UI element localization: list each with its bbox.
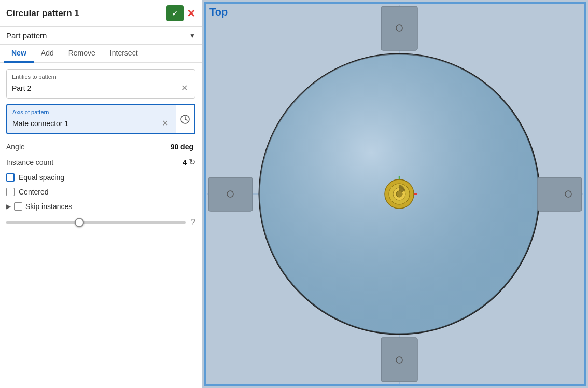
entities-field-group: Entities to pattern Part 2 ✕ xyxy=(6,69,195,99)
instance-row: Instance count 4 ↻ xyxy=(6,154,195,170)
skip-label: Skip instances xyxy=(25,202,72,211)
left-panel: Circular pattern 1 ✓ ✕ Part pattern ▼ Ne… xyxy=(0,0,202,388)
slider-thumb[interactable] xyxy=(75,218,84,227)
entities-value-row: Part 2 ✕ xyxy=(12,82,190,94)
axis-field-group: Axis of pattern Mate connector 1 ✕ xyxy=(6,104,176,134)
help-icon[interactable]: ? xyxy=(191,218,195,227)
tabs-row: New Add Remove Intersect xyxy=(0,45,202,63)
slider-track[interactable] xyxy=(6,221,186,224)
panel-header: Circular pattern 1 ✓ ✕ xyxy=(0,0,202,27)
pattern-type-row[interactable]: Part pattern ▼ xyxy=(0,27,202,45)
entities-clear-icon[interactable]: ✕ xyxy=(179,82,190,94)
dropdown-arrow-icon: ▼ xyxy=(189,32,195,39)
confirm-button[interactable]: ✓ xyxy=(166,5,184,21)
equal-spacing-checkbox[interactable] xyxy=(6,173,15,182)
skip-row: ▶ Skip instances xyxy=(6,199,195,214)
centered-row: Centered xyxy=(6,185,195,199)
axis-clear-icon[interactable]: ✕ xyxy=(160,117,171,129)
clock-icon xyxy=(180,114,190,124)
equal-spacing-row: Equal spacing xyxy=(6,170,195,185)
entities-value: Part 2 xyxy=(12,84,179,92)
angle-label: Angle xyxy=(6,143,171,151)
axis-label: Axis of pattern xyxy=(12,109,171,115)
tab-new[interactable]: New xyxy=(4,45,34,63)
refresh-icon[interactable]: ↻ xyxy=(189,157,195,167)
right-panel: Top xyxy=(202,0,588,388)
angle-value[interactable]: 90 deg xyxy=(171,143,193,151)
pattern-type-label: Part pattern xyxy=(6,31,189,40)
tab-add[interactable]: Add xyxy=(34,45,61,63)
centered-label: Centered xyxy=(19,188,49,196)
instance-value[interactable]: 4 xyxy=(183,158,187,167)
tab-intersect[interactable]: Intersect xyxy=(103,45,145,63)
panel-title: Circular pattern 1 xyxy=(6,8,166,19)
axis-clock-button[interactable] xyxy=(176,104,195,134)
checkmark-icon: ✓ xyxy=(172,8,178,18)
instance-label: Instance count xyxy=(6,158,183,167)
cancel-button[interactable]: ✕ xyxy=(187,7,195,20)
axis-value: Mate connector 1 xyxy=(12,119,160,128)
axis-value-row: Mate connector 1 ✕ xyxy=(12,117,171,129)
panel-body: Entities to pattern Part 2 ✕ Axis of pat… xyxy=(0,63,202,388)
skip-checkbox[interactable] xyxy=(14,202,22,211)
equal-spacing-label: Equal spacing xyxy=(19,173,64,182)
slider-row: ? xyxy=(6,214,195,229)
tab-remove[interactable]: Remove xyxy=(61,45,103,63)
close-icon: ✕ xyxy=(187,7,195,20)
slider-fill xyxy=(6,221,78,224)
view-label: Top xyxy=(209,6,228,18)
entities-label: Entities to pattern xyxy=(12,74,190,80)
centered-checkbox[interactable] xyxy=(6,188,15,196)
angle-row: Angle 90 deg xyxy=(6,140,195,154)
axis-wrapper: Axis of pattern Mate connector 1 ✕ xyxy=(6,104,195,134)
chevron-right-icon[interactable]: ▶ xyxy=(6,203,11,210)
view-border xyxy=(205,3,585,385)
